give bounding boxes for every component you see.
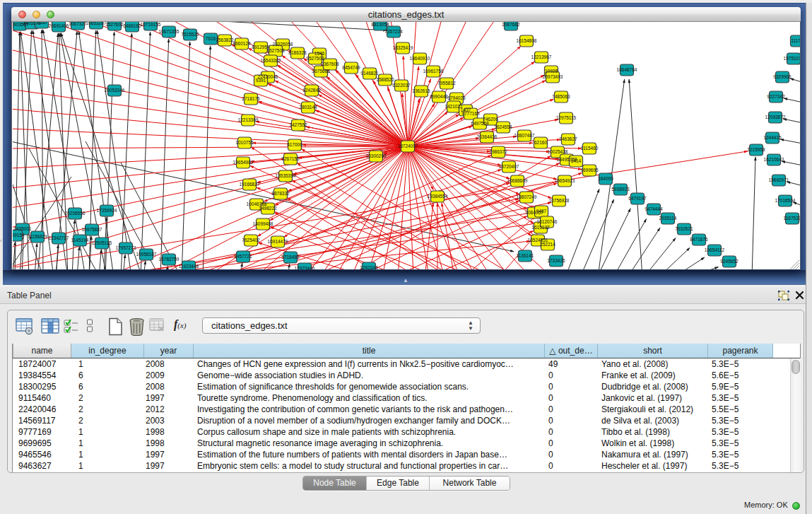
svg-text:10719155: 10719155: [141, 22, 161, 27]
svg-text:7625402: 7625402: [242, 238, 260, 243]
svg-text:7955812: 7955812: [437, 81, 456, 86]
svg-text:3675685: 3675685: [312, 69, 330, 74]
svg-text:12213967: 12213967: [531, 54, 552, 59]
svg-text:19654923: 19654923: [555, 178, 575, 183]
svg-text:13535394: 13535394: [276, 173, 296, 178]
svg-text:7357224: 7357224: [384, 29, 403, 34]
svg-text:164095: 164095: [598, 176, 613, 181]
svg-text:9457721: 9457721: [234, 254, 252, 259]
svg-text:1010755: 1010755: [235, 140, 254, 145]
svg-text:1615132: 1615132: [531, 225, 550, 230]
svg-text:1145194: 1145194: [71, 238, 89, 243]
svg-text:1292344: 1292344: [360, 265, 378, 270]
svg-text:8471676: 8471676: [690, 237, 708, 242]
svg-text:15692971: 15692971: [769, 177, 789, 182]
svg-text:3215958: 3215958: [747, 147, 765, 152]
svg-text:17359924: 17359924: [97, 208, 117, 213]
svg-text:16914479: 16914479: [268, 239, 288, 244]
svg-text:1362615: 1362615: [412, 88, 430, 93]
svg-text:16648784: 16648784: [617, 67, 637, 72]
svg-text:7485063: 7485063: [552, 94, 570, 99]
svg-text:10973493: 10973493: [543, 74, 563, 79]
svg-text:2935114: 2935114: [659, 216, 677, 221]
svg-text:10025438: 10025438: [548, 149, 568, 154]
svg-text:18807249: 18807249: [517, 194, 537, 199]
svg-text:9527508: 9527508: [266, 48, 285, 53]
svg-text:9699695: 9699695: [580, 168, 599, 173]
svg-text:1588520: 1588520: [376, 77, 394, 82]
svg-text:10756928: 10756928: [549, 198, 570, 203]
svg-text:9474444: 9474444: [645, 206, 663, 211]
svg-text:8878332: 8878332: [271, 191, 290, 196]
svg-text:17016504: 17016504: [775, 198, 796, 203]
svg-text:9527503: 9527503: [306, 56, 324, 61]
svg-text:10688609: 10688609: [507, 178, 528, 183]
svg-text:19654982: 19654982: [233, 160, 254, 165]
svg-text:20364436: 20364436: [477, 134, 498, 139]
svg-text:2367608: 2367608: [321, 62, 339, 66]
svg-text:9245652: 9245652: [720, 259, 739, 264]
svg-text:8660124: 8660124: [233, 41, 251, 46]
svg-text:18300295: 18300295: [366, 153, 387, 158]
svg-text:7632621: 7632621: [675, 226, 693, 231]
svg-text:1136141: 1136141: [517, 253, 534, 258]
svg-text:12505115: 12505115: [92, 240, 112, 245]
svg-text:1546: 1546: [314, 51, 325, 56]
svg-text:17957273: 17957273: [116, 245, 136, 250]
svg-text:3624554: 3624554: [494, 124, 512, 129]
svg-text:8267150: 8267150: [281, 156, 300, 161]
svg-text:1435001: 1435001: [13, 226, 32, 231]
svg-text:6414: 6414: [571, 158, 582, 163]
svg-text:8813054: 8813054: [371, 22, 389, 27]
svg-text:9650: 9650: [37, 22, 47, 25]
svg-text:16154808: 16154808: [517, 38, 537, 43]
svg-text:19384554: 19384554: [428, 194, 448, 199]
svg-text:1244415: 1244415: [763, 135, 782, 140]
svg-text:12213369: 12213369: [238, 117, 259, 122]
svg-text:8186328: 8186328: [288, 50, 307, 55]
svg-text:2803144: 2803144: [299, 105, 317, 110]
svg-text:7563822: 7563822: [216, 37, 234, 42]
svg-text:3427552: 3427552: [289, 122, 307, 127]
svg-text:1167533: 1167533: [784, 216, 801, 221]
svg-text:1527602: 1527602: [105, 22, 124, 27]
svg-text:5716485: 5716485: [281, 255, 300, 259]
svg-text:9115460: 9115460: [581, 146, 599, 151]
svg-text:16961758: 16961758: [423, 69, 444, 74]
svg-text:12342717: 12342717: [49, 235, 69, 240]
svg-text:2087682: 2087682: [502, 22, 520, 27]
svg-text:11156829: 11156829: [28, 234, 47, 239]
svg-text:11923448: 11923448: [179, 264, 199, 269]
svg-text:10654112: 10654112: [705, 247, 725, 252]
svg-text:9463627: 9463627: [559, 136, 577, 141]
svg-text:7616: 7616: [206, 36, 216, 41]
svg-text:20206556: 20206556: [65, 211, 86, 216]
svg-text:252214: 252214: [540, 242, 555, 247]
svg-text:746206: 746206: [483, 117, 498, 122]
svg-text:11173: 11173: [791, 38, 801, 43]
svg-text:9139154: 9139154: [13, 233, 25, 238]
svg-text:7515520: 7515520: [181, 32, 199, 37]
svg-text:16782759: 16782759: [159, 257, 180, 262]
svg-text:20691406: 20691406: [49, 23, 69, 28]
svg-text:2718176: 2718176: [242, 96, 260, 101]
svg-text:18724007: 18724007: [398, 144, 418, 148]
svg-text:9329966: 9329966: [773, 74, 792, 79]
svg-text:10807487: 10807487: [514, 133, 535, 138]
svg-text:16120746: 16120746: [537, 219, 558, 224]
svg-text:23226058: 23226058: [273, 42, 293, 47]
svg-text:9227342: 9227342: [767, 94, 785, 99]
svg-text:9777169: 9777169: [461, 111, 480, 116]
svg-text:8990448: 8990448: [430, 94, 448, 99]
svg-text:6466160: 6466160: [123, 23, 141, 28]
svg-text:7986372: 7986372: [489, 149, 507, 154]
svg-text:12093872: 12093872: [765, 115, 786, 119]
svg-text:12923446: 12923446: [295, 266, 315, 270]
svg-text:6322037: 6322037: [392, 83, 411, 88]
svg-text:9242848: 9242848: [302, 88, 321, 93]
svg-text:16210643: 16210643: [764, 157, 784, 162]
svg-text:15751074: 15751074: [784, 56, 801, 61]
svg-text:8454749: 8454749: [342, 65, 360, 70]
svg-text:10671355: 10671355: [159, 29, 180, 34]
svg-text:10928: 10928: [545, 69, 558, 74]
